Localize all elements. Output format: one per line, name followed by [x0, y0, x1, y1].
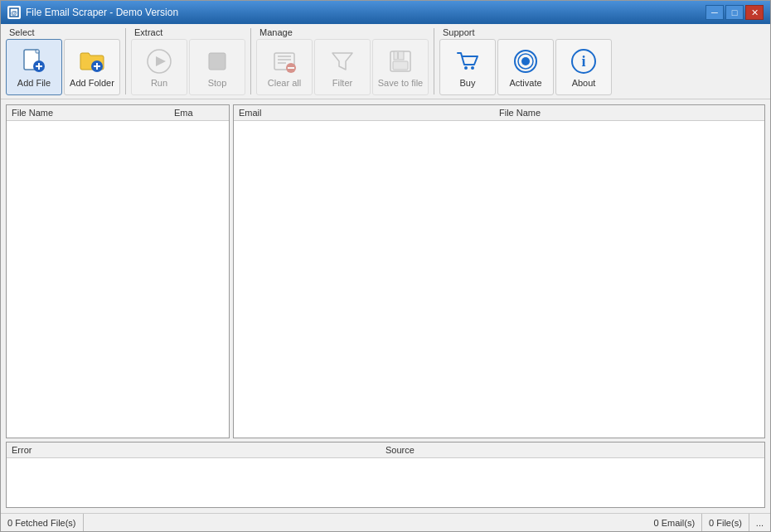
manage-buttons: Clear all Filter: [256, 39, 429, 95]
buy-icon: [453, 46, 482, 76]
add-folder-button[interactable]: Add Folder: [64, 39, 120, 95]
minimize-button[interactable]: ─: [706, 5, 724, 20]
error-panel-header: Error Source: [7, 443, 764, 458]
clear-all-button[interactable]: Clear all: [256, 39, 313, 95]
clear-icon: [269, 46, 299, 76]
save-icon: [386, 46, 415, 76]
file-list-panel: File Name Ema: [6, 104, 230, 438]
svg-point-24: [464, 66, 468, 70]
group-label-select: Select: [6, 27, 35, 37]
svg-point-28: [521, 57, 530, 65]
activate-button[interactable]: Activate: [497, 39, 554, 95]
error-panel: Error Source: [6, 442, 765, 508]
add-folder-icon: [77, 46, 107, 76]
close-button[interactable]: ✕: [745, 5, 764, 20]
activate-label: Activate: [509, 78, 541, 88]
group-label-extract: Extract: [131, 27, 162, 37]
svg-text:@: @: [11, 9, 17, 17]
add-file-icon: [19, 46, 49, 76]
support-buttons: Buy Activate: [439, 39, 612, 95]
group-label-manage: Manage: [256, 27, 293, 37]
status-bar: 0 Fetched File(s) 0 Email(s) 0 File(s) .…: [1, 513, 770, 531]
main-window: @ File Email Scraper - Demo Version ─ □ …: [0, 0, 771, 532]
toolbar: Select Add File: [1, 24, 770, 99]
file-list-body[interactable]: [7, 121, 229, 438]
stop-button[interactable]: Stop: [189, 39, 245, 95]
save-to-file-label: Save to file: [378, 78, 423, 88]
about-label: About: [572, 78, 596, 88]
maximize-button[interactable]: □: [725, 5, 744, 20]
app-icon: @: [7, 6, 21, 19]
files-status: 0 File(s): [702, 514, 749, 531]
svg-text:i: i: [581, 53, 585, 70]
sep-2: [250, 28, 251, 94]
stop-icon: [202, 46, 232, 76]
run-button[interactable]: Run: [131, 39, 187, 95]
email-header: Email: [239, 108, 499, 118]
error-header: Error: [12, 445, 386, 455]
emails-status: 0 Email(s): [647, 514, 703, 531]
window-controls: ─ □ ✕: [706, 5, 764, 20]
clear-all-label: Clear all: [268, 78, 301, 88]
select-buttons: Add File Add Folder: [6, 39, 120, 95]
svg-rect-3: [36, 50, 39, 53]
file-name-header: File Name: [12, 108, 174, 118]
add-file-label: Add File: [17, 78, 51, 88]
about-button[interactable]: i About: [555, 39, 612, 95]
add-folder-label: Add Folder: [70, 78, 114, 88]
main-content: File Name Ema Email File Name Error Sour…: [1, 99, 770, 513]
svg-rect-12: [209, 53, 225, 70]
run-icon: [144, 46, 174, 76]
svg-rect-22: [393, 61, 408, 70]
fetched-files-status: 0 Fetched File(s): [1, 514, 84, 531]
group-label-support: Support: [439, 27, 475, 37]
filter-button[interactable]: Filter: [314, 39, 371, 95]
toolbar-group-support: Support Buy: [439, 27, 612, 95]
result-filename-header: File Name: [499, 108, 759, 118]
title-bar-left: @ File Email Scraper - Demo Version: [7, 6, 178, 19]
error-panel-body[interactable]: [7, 458, 764, 507]
stop-label: Stop: [208, 78, 227, 88]
sep-1: [125, 28, 126, 94]
filter-icon: [327, 46, 357, 76]
buy-button[interactable]: Buy: [439, 39, 496, 95]
window-title: File Email Scraper - Demo Version: [26, 7, 178, 18]
source-header: Source: [386, 445, 759, 455]
save-to-file-button[interactable]: Save to file: [372, 39, 429, 95]
toolbar-group-extract: Extract Run: [131, 27, 245, 95]
activate-icon: [511, 46, 541, 76]
filter-label: Filter: [332, 78, 352, 88]
extract-buttons: Run Stop: [131, 39, 245, 95]
sep-3: [434, 28, 434, 94]
toolbar-group-manage: Manage Clear all: [256, 27, 429, 95]
email-count-header: Ema: [174, 108, 224, 118]
svg-rect-21: [394, 51, 404, 60]
about-icon: i: [569, 46, 599, 76]
email-results-header: Email File Name: [234, 105, 764, 121]
buy-label: Buy: [460, 78, 476, 88]
svg-marker-19: [332, 53, 352, 70]
toolbar-group-select: Select Add File: [6, 27, 120, 95]
email-results-panel: Email File Name: [233, 104, 765, 438]
email-results-body[interactable]: [234, 121, 764, 438]
title-bar: @ File Email Scraper - Demo Version ─ □ …: [1, 1, 770, 24]
more-status: ...: [749, 514, 770, 531]
svg-point-25: [471, 66, 474, 70]
top-pane: File Name Ema Email File Name: [6, 104, 765, 438]
file-list-header: File Name Ema: [7, 105, 229, 121]
svg-marker-11: [156, 56, 166, 66]
run-label: Run: [151, 78, 167, 88]
add-file-button[interactable]: Add File: [6, 39, 62, 95]
